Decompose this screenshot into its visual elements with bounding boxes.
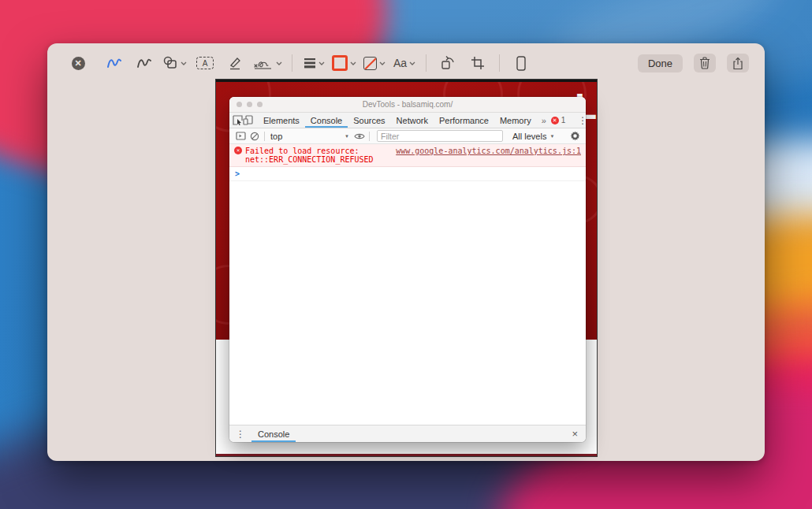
console-toolbar: top ▼ All levels ▼: [229, 128, 586, 144]
highlight-tool-button[interactable]: [223, 51, 247, 75]
tab-elements[interactable]: Elements: [258, 113, 305, 128]
log-levels-value: All levels: [512, 132, 546, 141]
tab-console[interactable]: Console: [305, 113, 348, 128]
eye-icon: [354, 132, 365, 140]
device-toolbar-icon: [243, 115, 253, 125]
close-icon: ✕: [72, 57, 85, 70]
screenshot-canvas[interactable]: L DevTools - balsamiq.com/: [215, 79, 598, 457]
smart-sketch-tool-button[interactable]: [132, 51, 156, 75]
console-output-area[interactable]: [229, 181, 586, 425]
rotate-icon: [440, 55, 456, 71]
console-prompt[interactable]: >: [229, 167, 586, 181]
shapes-tool-button[interactable]: [162, 51, 187, 75]
error-icon: ✕: [234, 147, 242, 154]
console-sidebar-button[interactable]: [233, 132, 248, 140]
chevron-down-icon: [181, 61, 187, 65]
tab-network[interactable]: Network: [391, 113, 434, 128]
text-box-icon: A: [196, 57, 214, 69]
tab-memory[interactable]: Memory: [494, 113, 537, 128]
inspect-cursor-icon: [233, 115, 243, 125]
devtools-drawer-bar: ⋮ Console ×: [229, 425, 586, 442]
sketch-icon: [106, 56, 122, 70]
toolbar-separator: [369, 132, 370, 141]
markup-toolbar: ✕ A: [47, 43, 765, 83]
crop-button[interactable]: [466, 51, 490, 75]
error-source-link[interactable]: www.google-analytics.com/analytics.js:1: [396, 147, 581, 164]
devtools-title: DevTools - balsamiq.com/: [229, 100, 586, 109]
execution-context-value: top: [270, 132, 282, 141]
log-levels-dropdown[interactable]: All levels ▼: [512, 132, 554, 141]
toolbar-separator: [426, 54, 426, 72]
error-message: Failed to load resource: net::ERR_CONNEC…: [245, 147, 389, 164]
share-button[interactable]: [727, 54, 749, 72]
eye-button[interactable]: [352, 132, 367, 140]
tab-performance[interactable]: Performance: [434, 113, 494, 128]
inspect-element-button[interactable]: [233, 113, 243, 128]
toolbar-separator: [264, 132, 265, 141]
trash-icon: [699, 57, 710, 69]
console-error-row: ✕ Failed to load resource: net::ERR_CONN…: [229, 144, 586, 167]
crop-icon: [471, 56, 485, 70]
close-button[interactable]: ✕: [66, 51, 90, 75]
more-tabs-button[interactable]: »: [537, 116, 551, 125]
sketch-tool-button[interactable]: [102, 51, 126, 75]
pencil-icon: [228, 56, 242, 70]
chevron-down-icon: [409, 61, 415, 65]
dropdown-arrow-icon: ▼: [549, 134, 554, 139]
filter-input[interactable]: [377, 130, 503, 142]
execution-context-dropdown[interactable]: top ▼: [267, 132, 352, 141]
chevron-down-icon: [350, 61, 356, 65]
clear-console-button[interactable]: [248, 132, 262, 141]
shapes-icon: [162, 55, 178, 71]
sidebar-panel-icon: [236, 132, 246, 140]
drawer-menu-button[interactable]: ⋮: [229, 429, 251, 440]
chevron-down-icon: [276, 61, 282, 65]
fill-color-button[interactable]: [363, 51, 386, 75]
font-style-icon: Aa: [393, 57, 407, 69]
devtools-window: DevTools - balsamiq.com/: [229, 97, 586, 442]
toolbar-right-group: Done: [638, 54, 749, 72]
error-count: 1: [561, 116, 566, 124]
text-style-button[interactable]: Aa: [393, 51, 416, 75]
device-button[interactable]: [509, 51, 533, 75]
toolbar-separator: [499, 54, 500, 72]
prompt-chevron-icon: >: [235, 169, 240, 178]
gear-icon: [570, 131, 580, 141]
error-line-2: net::ERR_CONNECTION_REFUSED: [245, 155, 389, 164]
rotate-button[interactable]: [436, 51, 460, 75]
tab-sources[interactable]: Sources: [348, 113, 390, 128]
no-entry-icon: [250, 132, 259, 141]
devtools-titlebar[interactable]: DevTools - balsamiq.com/: [229, 97, 586, 113]
markup-window: ✕ A: [47, 43, 765, 461]
border-color-button[interactable]: [332, 51, 356, 75]
chevron-down-icon: [318, 61, 325, 65]
fill-color-swatch-icon: [363, 57, 377, 70]
text-tool-button[interactable]: A: [193, 51, 217, 75]
error-line-1: Failed to load resource:: [245, 147, 389, 155]
delete-button[interactable]: [694, 54, 716, 72]
toolbar-separator: [292, 54, 292, 72]
chevron-down-icon: [379, 61, 386, 65]
console-settings-button[interactable]: [570, 131, 582, 141]
devtools-menu-button[interactable]: ⋮: [573, 115, 586, 126]
toggle-device-toolbar-button[interactable]: [243, 113, 253, 128]
signature-tool-button[interactable]: [253, 51, 282, 75]
line-weight-button[interactable]: [302, 51, 326, 75]
smart-sketch-icon: [136, 56, 152, 70]
dropdown-arrow-icon: ▼: [345, 134, 349, 139]
drawer-tab-console[interactable]: Console: [251, 425, 296, 442]
error-icon: ✕: [551, 117, 559, 124]
devtools-tabbar: Elements Console Sources Network Perform…: [229, 113, 586, 128]
signature-icon: [253, 56, 274, 70]
border-color-swatch-icon: [332, 55, 348, 71]
error-count-badge[interactable]: ✕ 1: [551, 116, 566, 124]
drawer-close-button[interactable]: ×: [564, 428, 586, 440]
line-weight-icon: [304, 58, 316, 69]
share-icon: [732, 57, 743, 70]
site-footer-line: [216, 454, 597, 456]
device-icon: [516, 56, 526, 71]
done-button[interactable]: Done: [638, 54, 683, 72]
